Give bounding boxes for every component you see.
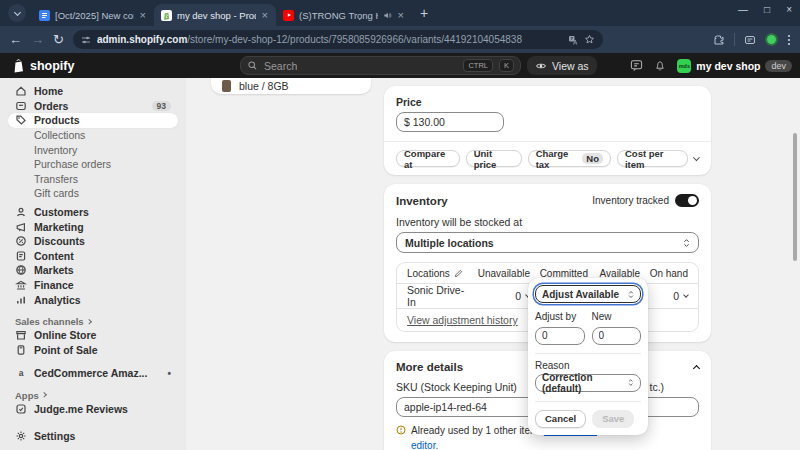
sales-channels-header[interactable]: Sales channels [15,316,171,327]
compare-at-pill[interactable]: Compare at [396,150,460,167]
variant-label: blue / 8GB [239,80,289,92]
url-text: admin.shopify.com/store/my-dev-shop-12/p… [97,34,562,45]
new-value-input[interactable] [592,327,642,345]
page-scrollbar[interactable] [793,133,797,261]
sidebar-item-discounts[interactable]: Discounts [8,234,178,249]
chevron-down-icon [683,292,689,298]
new-tab-button[interactable]: + [420,5,428,21]
window-minimize-button[interactable]: — [738,4,748,15]
inventory-tracked-toggle[interactable] [675,194,699,207]
shopify-logo-text: shopify [30,59,74,73]
tab-close-icon[interactable]: × [139,10,147,21]
translate-icon[interactable] [568,35,578,45]
apps-header[interactable]: Apps [15,390,171,401]
forward-icon[interactable]: → [31,33,44,46]
reason-select[interactable]: Correction (default) [535,374,641,392]
address-bar[interactable]: admin.shopify.com/store/my-dev-shop-12/p… [73,30,603,49]
sku-input[interactable] [396,397,542,417]
charge-tax-value: No [582,153,603,164]
sidebar-item-collections[interactable]: Collections [8,128,178,143]
finance-bank-icon [15,279,27,291]
youtube-favicon [283,10,294,21]
sidebar-item-cedcommerce[interactable]: a CedCommerce Amaz... • [8,366,178,381]
store-menu[interactable]: mds my dev shop dev [677,59,792,73]
sidebar-item-analytics[interactable]: Analytics [8,292,178,307]
sidebar-item-online-store[interactable]: Online Store [8,328,178,343]
home-icon [15,85,27,97]
expand-price-chevron-icon[interactable] [693,154,700,161]
sidebar-item-gift-cards[interactable]: Gift cards [8,186,178,201]
sidebar-item-label: Judge.me Reviews [34,403,128,415]
bookmark-star-icon[interactable] [584,34,595,45]
window-close-button[interactable]: × [786,4,792,15]
notifications-bell-icon[interactable] [654,59,666,72]
sidebar-item-label: Discounts [34,235,85,247]
cost-per-item-pill[interactable]: Cost per item [617,150,688,167]
shopify-logo[interactable]: shopify [12,58,74,73]
browser-profile-avatar[interactable] [765,33,778,46]
sidebar-item-settings[interactable]: Settings [8,428,178,443]
location-name: Sonic Drive-In [407,284,468,308]
inbox-icon[interactable] [630,59,643,72]
search-icon [247,60,258,71]
cancel-button[interactable]: Cancel [535,410,586,428]
browser-tab-1[interactable]: [Oct/2025] New content - Ha M × [32,4,154,26]
tab-close-icon[interactable]: × [261,10,269,21]
kbd-ctrl: CTRL [463,59,493,72]
save-button[interactable]: Save [592,410,634,428]
sidebar-item-point-of-sale[interactable]: Point of Sale [8,343,178,358]
sidebar-item-marketing[interactable]: Marketing [8,219,178,234]
sidebar-item-label: Orders [34,100,68,112]
sidebar-item-finance[interactable]: Finance [8,278,178,293]
unavailable-cell[interactable]: 0 [468,290,530,302]
tab-title: [Oct/2025] New content - Ha M [55,10,134,21]
edit-pencil-icon[interactable] [454,269,463,278]
sidebar-item-inventory[interactable]: Inventory [8,142,178,157]
locations-select[interactable]: Multiple locations [396,232,699,253]
price-input[interactable] [396,112,504,132]
sidebar-item-transfers[interactable]: Transfers [8,172,178,187]
sidebar-item-home[interactable]: Home [8,84,178,99]
site-settings-icon[interactable] [81,35,91,45]
sidebar-item-customers[interactable]: Customers [8,205,178,220]
sidebar-item-products[interactable]: Products [8,113,178,128]
admin-search-input[interactable]: Search CTRL K [240,56,521,75]
unit-price-pill[interactable]: Unit price [466,150,522,167]
adjust-mode-select[interactable]: Adjust Available [535,285,641,303]
workspace-icon[interactable] [744,34,756,46]
tab-search-button[interactable] [8,4,26,22]
sidebar-item-label: CedCommerce Amaz... [34,367,147,379]
online-store-icon [15,329,27,341]
variant-nav-item[interactable]: blue / 8GB [211,78,371,94]
browser-tab-3[interactable]: (S)TRONG Trọng Hiếu x Rhy × [276,4,412,26]
sidebar-item-label: Inventory [34,144,77,156]
view-adjustment-history-link[interactable]: View adjustment history [407,314,518,326]
sidebar-item-orders[interactable]: Orders 93 [8,99,178,114]
updown-icon [628,290,634,299]
tab-audio-icon[interactable] [383,11,392,20]
view-as-button[interactable]: View as [527,56,597,75]
charge-tax-pill[interactable]: Charge taxNo [528,150,611,167]
sidebar-item-label: Markets [34,264,74,276]
sidebar-item-content[interactable]: Content [8,249,178,264]
col-header: Unavailable [468,268,530,279]
screen: [Oct/2025] New content - Ha M × my dev s… [0,0,800,450]
adjust-by-input[interactable] [535,327,585,345]
browser-menu-icon[interactable] [787,34,791,46]
marketing-icon [15,221,27,233]
google-docs-favicon [39,10,50,21]
window-maximize-button[interactable]: □ [764,4,770,15]
reload-icon[interactable]: ↻ [53,33,64,46]
browser-tab-2-active[interactable]: my dev shop - Products - test - × [154,4,276,26]
sidebar-item-purchase-orders[interactable]: Purchase orders [8,157,178,172]
sidebar-item-judgeme-reviews[interactable]: Judge.me Reviews [8,402,178,417]
back-icon[interactable]: ← [9,33,22,46]
extensions-puzzle-icon[interactable] [713,34,725,46]
tab-close-icon[interactable]: × [397,10,405,21]
collapse-chevron-icon[interactable] [693,365,700,372]
sidebar-item-markets[interactable]: Markets [8,263,178,278]
new-label: New [592,311,642,322]
shopify-bag-icon [12,58,26,73]
search-placeholder: Search [264,60,457,72]
sidebar-item-label: Home [34,85,63,97]
